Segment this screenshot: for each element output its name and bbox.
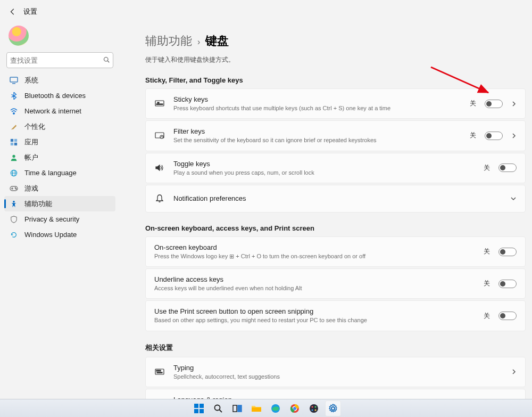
toggle-keys-card[interactable]: Toggle keysPlay a sound when you press c… bbox=[145, 153, 526, 183]
card-title: Sticky keys bbox=[173, 95, 461, 103]
nav-personalization[interactable]: 个性化 bbox=[4, 119, 115, 134]
bell-icon bbox=[154, 193, 165, 204]
svg-point-42 bbox=[310, 404, 318, 413]
back-button[interactable] bbox=[4, 3, 21, 20]
nav-label: Windows Update bbox=[24, 231, 77, 239]
svg-point-41 bbox=[293, 407, 296, 410]
chevron-right-icon: › bbox=[197, 37, 200, 47]
chevron-right-icon bbox=[511, 367, 517, 377]
card-desc: Access keys will be underlined even when… bbox=[154, 284, 475, 292]
nav-label: 个性化 bbox=[24, 122, 45, 132]
svg-rect-15 bbox=[155, 101, 164, 106]
section-title-sticky: Sticky, Filter, and Toggle keys bbox=[145, 76, 526, 84]
svg-rect-37 bbox=[252, 407, 261, 412]
svg-point-0 bbox=[104, 57, 109, 61]
nav-label: Bluetooth & devices bbox=[24, 92, 86, 100]
chevron-right-icon bbox=[511, 131, 517, 141]
sidebar: 系统 Bluetooth & devices Network & interne… bbox=[0, 23, 120, 399]
card-title: On-screen keyboard bbox=[154, 243, 475, 251]
notification-prefs-card[interactable]: Notification preferences bbox=[145, 185, 526, 212]
sticky-keys-toggle[interactable] bbox=[485, 100, 503, 108]
nav-system[interactable]: 系统 bbox=[4, 72, 115, 88]
svg-rect-4 bbox=[11, 138, 13, 141]
chevron-right-icon bbox=[511, 99, 517, 109]
card-title: Underline access keys bbox=[154, 275, 475, 283]
nav-accounts[interactable]: 帐户 bbox=[4, 150, 115, 165]
chrome-icon bbox=[290, 404, 300, 413]
app-title: 设置 bbox=[23, 7, 37, 17]
svg-rect-23 bbox=[160, 370, 161, 371]
svg-rect-32 bbox=[194, 409, 198, 413]
nav-bluetooth[interactable]: Bluetooth & devices bbox=[4, 88, 115, 103]
folder-icon bbox=[251, 404, 262, 413]
nav-label: 应用 bbox=[24, 137, 38, 147]
svg-rect-2 bbox=[12, 83, 15, 84]
svg-point-3 bbox=[13, 112, 14, 113]
filter-keys-card[interactable]: Filter keysSet the sensitivity of the ke… bbox=[145, 120, 526, 151]
taskbar-chrome[interactable] bbox=[287, 400, 303, 416]
page-subtitle: 便于键入和使用键盘快捷方式。 bbox=[145, 55, 526, 64]
search-input[interactable] bbox=[10, 56, 103, 64]
taskbar-paint[interactable] bbox=[306, 400, 322, 416]
account-block[interactable] bbox=[4, 23, 115, 52]
task-view-button[interactable] bbox=[229, 400, 245, 416]
language-region-card[interactable]: Language & regionDisplay language, prefe… bbox=[145, 389, 526, 399]
card-desc: Play a sound when you press caps, num, o… bbox=[173, 169, 475, 176]
toggle-state: 关 bbox=[470, 99, 476, 108]
nav-time-language[interactable]: Time & language bbox=[4, 165, 115, 181]
svg-point-14 bbox=[13, 200, 15, 202]
svg-point-47 bbox=[331, 407, 335, 410]
nav-privacy[interactable]: Privacy & security bbox=[4, 211, 115, 227]
taskbar-settings[interactable] bbox=[325, 400, 341, 416]
search-icon bbox=[214, 404, 222, 413]
svg-point-12 bbox=[15, 187, 16, 189]
keyboard-filter-icon bbox=[154, 130, 165, 141]
monitor-icon bbox=[10, 76, 18, 85]
nav-label: 帐户 bbox=[24, 153, 38, 162]
nav-network[interactable]: Network & internet bbox=[4, 103, 115, 119]
breadcrumb-parent[interactable]: 辅助功能 bbox=[145, 33, 192, 49]
toggle-state: 关 bbox=[484, 312, 490, 321]
search-box[interactable] bbox=[6, 52, 113, 68]
taskbar-edge[interactable] bbox=[268, 400, 284, 416]
section-title-onscreen: On-screen keyboard, access keys, and Pri… bbox=[145, 224, 526, 232]
svg-rect-24 bbox=[157, 372, 162, 373]
onscreen-keyboard-toggle[interactable] bbox=[498, 248, 517, 256]
underline-access-card[interactable]: Underline access keysAccess keys will be… bbox=[145, 268, 526, 299]
typing-card[interactable]: TypingSpellcheck, autocorrect, text sugg… bbox=[145, 357, 526, 387]
start-button[interactable] bbox=[191, 400, 207, 416]
taskbar bbox=[0, 399, 532, 417]
onscreen-keyboard-card[interactable]: On-screen keyboardPress the Windows logo… bbox=[145, 236, 526, 267]
nav-gaming[interactable]: 游戏 bbox=[4, 181, 115, 196]
wifi-icon bbox=[10, 107, 18, 116]
svg-rect-21 bbox=[156, 370, 157, 371]
print-screen-card[interactable]: Use the Print screen button to open scre… bbox=[145, 300, 526, 331]
taskbar-search[interactable] bbox=[210, 400, 226, 416]
card-title: Notification preferences bbox=[173, 194, 502, 202]
nav-apps[interactable]: 应用 bbox=[4, 134, 115, 150]
underline-access-toggle[interactable] bbox=[498, 280, 517, 288]
svg-point-45 bbox=[312, 409, 313, 411]
nav-accessibility[interactable]: 辅助功能 bbox=[4, 196, 115, 211]
main-panel: 辅助功能 › 键盘 便于键入和使用键盘快捷方式。 Sticky, Filter,… bbox=[120, 23, 532, 399]
card-title: Filter keys bbox=[173, 127, 461, 135]
person-icon bbox=[10, 153, 18, 162]
shield-icon bbox=[10, 215, 18, 224]
page-title: 键盘 bbox=[205, 33, 229, 49]
sticky-keys-card[interactable]: Sticky keysPress keyboard shortcuts that… bbox=[145, 88, 526, 119]
svg-rect-7 bbox=[14, 142, 17, 145]
search-icon bbox=[103, 56, 110, 64]
filter-keys-toggle[interactable] bbox=[485, 132, 503, 140]
toggle-state: 关 bbox=[470, 131, 476, 140]
taskbar-explorer[interactable] bbox=[248, 400, 264, 416]
svg-rect-16 bbox=[157, 102, 159, 103]
palette-icon bbox=[309, 404, 319, 413]
print-screen-toggle[interactable] bbox=[498, 312, 517, 320]
nav-windows-update[interactable]: Windows Update bbox=[4, 227, 115, 242]
toggle-keys-toggle[interactable] bbox=[498, 163, 517, 172]
apps-icon bbox=[10, 138, 18, 146]
svg-rect-35 bbox=[233, 405, 237, 412]
svg-point-46 bbox=[315, 409, 317, 411]
chevron-down-icon bbox=[510, 194, 517, 203]
toggle-state: 关 bbox=[484, 247, 490, 256]
